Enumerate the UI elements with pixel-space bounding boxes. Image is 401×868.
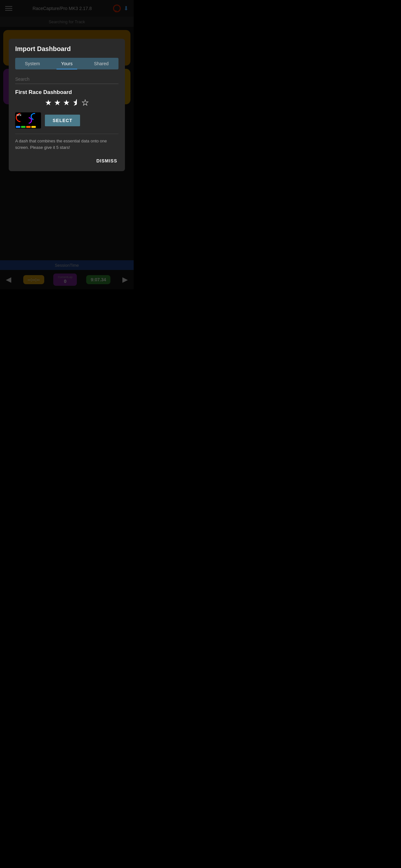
tab-system[interactable]: System [15, 58, 50, 69]
import-dashboard-modal: Import Dashboard System Yours Shared Fir… [9, 39, 125, 171]
mini-bar-green [21, 126, 26, 128]
tab-shared[interactable]: Shared [84, 58, 119, 69]
mini-bar-orange [26, 126, 31, 128]
dashboard-thumbnail: 5PX [15, 113, 41, 128]
star-5[interactable]: ★ [82, 98, 89, 107]
dismiss-button[interactable]: DISMISS [95, 156, 119, 166]
mini-bar-blue [16, 126, 20, 128]
modal-overlay: Import Dashboard System Yours Shared Fir… [0, 0, 134, 289]
dashboard-name: First Race Dashboard [15, 89, 119, 96]
mini-speed-text: 5PX [17, 114, 21, 117]
select-button[interactable]: SELECT [45, 115, 80, 126]
dashboard-row: 5PX SELECT [15, 113, 119, 128]
tab-yours[interactable]: Yours [50, 58, 84, 69]
tab-group: System Yours Shared [15, 58, 119, 69]
star-4[interactable]: ⯨ [72, 98, 80, 107]
mini-bars [16, 126, 36, 128]
star-1[interactable]: ★ [45, 98, 52, 107]
modal-title: Import Dashboard [15, 45, 119, 53]
star-rating: ★ ★ ★ ⯨ ★ [15, 98, 119, 107]
dismiss-row: DISMISS [15, 156, 119, 166]
star-3[interactable]: ★ [63, 98, 70, 107]
description-text: A dash that combines the essential data … [15, 134, 119, 151]
mini-dashboard: 5PX [15, 113, 41, 128]
star-2[interactable]: ★ [54, 98, 61, 107]
mini-bar-yellow [31, 126, 36, 128]
search-input[interactable] [15, 74, 119, 84]
